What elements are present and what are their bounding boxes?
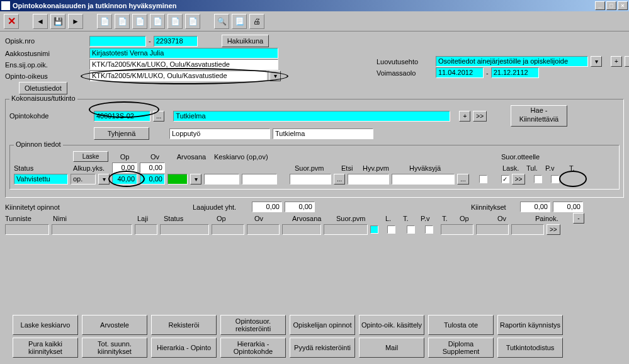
opintokohde-code[interactable]: 408013S-02: [94, 111, 150, 122]
bottom-button[interactable]: Laske keskiarvo: [13, 315, 78, 335]
tool-doc6-icon[interactable]: 📄: [185, 14, 200, 29]
row-status: [160, 224, 209, 235]
bottom-button[interactable]: Opintosuor. rekisteröinti: [220, 315, 286, 335]
col-suorotteelle: Suor.otteelle: [501, 153, 564, 161]
col2-status: Status: [164, 215, 214, 222]
tool-save-icon[interactable]: 💾: [50, 14, 65, 29]
col-arvosana: Arvosana: [171, 153, 212, 161]
oletustiedot-button[interactable]: Oletustiedot: [19, 82, 67, 94]
tool-doc5-icon[interactable]: 📄: [167, 14, 183, 29]
luovutus-minus-button[interactable]: -: [625, 56, 629, 67]
bottom-button[interactable]: Arvostele: [82, 315, 147, 335]
tool-page-icon[interactable]: 📃: [232, 14, 247, 29]
tool-doc1-icon[interactable]: 📄: [97, 14, 112, 29]
col2-pv: P.v: [421, 215, 439, 222]
col-op: Op: [111, 153, 139, 161]
bottom-button[interactable]: Tutkintotodistus: [497, 338, 563, 358]
bottom-button[interactable]: Raportin käynnistys: [497, 315, 563, 335]
col2-l: L.: [385, 215, 400, 222]
label-opintooikeus: Opinto-oikeus: [5, 72, 87, 80]
tool-doc3-icon[interactable]: 📄: [132, 14, 147, 29]
maximize-button[interactable]: □: [606, 1, 616, 10]
bottom-button[interactable]: Mail: [359, 338, 424, 358]
bottom-button[interactable]: Hierarkia - Opintokohde: [220, 338, 286, 358]
op1-field[interactable]: 0,00: [112, 162, 137, 173]
opintooikeus-dropdown-icon[interactable]: ▾: [269, 71, 281, 81]
hyvaksyja-field[interactable]: [392, 174, 455, 185]
col-lask: Lask.: [502, 164, 524, 172]
luovutus-plus-button[interactable]: +: [611, 56, 622, 67]
keskiarvo-ov-field[interactable]: [242, 174, 277, 185]
opintokohde-plus-button[interactable]: +: [459, 111, 470, 122]
tul-checkbox[interactable]: ✓: [501, 175, 509, 183]
keskiarvo-op-field[interactable]: [204, 174, 239, 185]
hae-kiinnitettavia-button[interactable]: Hae - Kiinnitettäviä: [511, 105, 567, 127]
kiin2-field: 0,00: [553, 202, 583, 212]
bottom-button[interactable]: Opinto-oik. käsittely: [359, 315, 424, 335]
tool-doc2-icon[interactable]: 📄: [115, 14, 130, 29]
opinnon-legend: Opinnon tiedot: [14, 140, 63, 148]
tyhjenna-button[interactable]: Tyhjennä: [94, 127, 149, 140]
print-icon[interactable]: 🖨: [249, 14, 264, 29]
ov2-field[interactable]: 0,00: [140, 174, 165, 185]
pv-checkbox[interactable]: [534, 175, 542, 183]
col2-laji: Laji: [137, 215, 161, 222]
row-l-check[interactable]: [370, 225, 378, 234]
arvosana-dropdown-icon[interactable]: ▾: [190, 174, 201, 185]
bottom-button[interactable]: Diploma Supplement: [428, 338, 494, 358]
opisk-nro-blank[interactable]: [89, 36, 146, 47]
window-title: Opintokokonaisuuden ja tutkinnon hyväksy…: [13, 2, 595, 9]
dash: -: [149, 37, 151, 45]
bottom-button[interactable]: Hierarkia - Opinto: [151, 338, 217, 358]
close-button[interactable]: ×: [618, 1, 628, 10]
bottom-button[interactable]: Rekisteröi: [151, 315, 217, 335]
col-alkup: Alkup.yks.: [73, 164, 110, 172]
op2-field[interactable]: 40,00: [112, 174, 137, 185]
col-hyvpvm: Hyv.pvm: [363, 164, 407, 172]
status-value[interactable]: Vahvistettu: [14, 174, 68, 185]
hyvpvm-field[interactable]: [348, 174, 389, 185]
luovutusehto-field[interactable]: Osoitetiedot ainejärjestöille ja opiskel…: [436, 56, 588, 67]
suorpvm-browse-button[interactable]: ...: [334, 174, 345, 185]
minimize-button[interactable]: _: [595, 1, 605, 10]
luovutus-dropdown-icon[interactable]: ▾: [591, 56, 602, 67]
col2-minus-button[interactable]: -: [573, 213, 584, 224]
pv-gt-button[interactable]: >>: [512, 174, 526, 185]
cancel-icon[interactable]: ✕: [4, 14, 19, 29]
tool-next-icon[interactable]: ►: [68, 14, 83, 29]
voimassa-to[interactable]: 21.12.2112: [491, 67, 539, 78]
row-t-check[interactable]: [387, 225, 395, 234]
row-painok: [511, 224, 544, 235]
bottom-button[interactable]: Tulosta ote: [428, 315, 494, 335]
ov1-field[interactable]: 0,00: [140, 162, 165, 173]
tool-prev-icon[interactable]: ◄: [33, 14, 48, 29]
opintokohde-gt-button[interactable]: >>: [473, 111, 487, 122]
row-t2-check[interactable]: [425, 225, 433, 234]
hyvaksyja-browse-button[interactable]: ...: [457, 174, 468, 185]
opisk-nro-value[interactable]: 2293718: [154, 36, 198, 47]
tool-doc4-icon[interactable]: 📄: [150, 14, 165, 29]
suorpvm-field[interactable]: [290, 174, 331, 185]
label-enssij: Ens.sij.op.oik.: [5, 61, 87, 69]
arvosana-field[interactable]: [167, 174, 188, 185]
bottom-button[interactable]: Tot. suunn. kiinnitykset: [82, 338, 147, 358]
hakuikkuna-button[interactable]: Hakuikkuna: [222, 35, 269, 47]
bottom-button[interactable]: Opiskelijan opinnot: [290, 315, 355, 335]
voimassa-from[interactable]: 11.04.2012: [436, 67, 484, 78]
col-tul: Tul.: [526, 164, 543, 172]
search-icon[interactable]: 🔍: [214, 14, 229, 29]
laske-button[interactable]: Laske: [73, 151, 108, 162]
row-tunniste: [5, 224, 49, 235]
row-suorpvm: [324, 224, 368, 235]
col-hyvaksyja: Hyväksyjä: [409, 164, 479, 172]
row-gt-button[interactable]: >>: [547, 224, 560, 235]
bottom-button[interactable]: Pura kaikki kiinnitykset: [13, 338, 78, 358]
row-pv-check[interactable]: [407, 225, 415, 234]
enssij-field: KTK/Ta2005/KKa/LUKO, Oulu/Kasvatustiede: [89, 59, 278, 70]
bottom-button[interactable]: Pyydä rekisteröinti: [290, 338, 355, 358]
lask-checkbox[interactable]: [479, 175, 487, 183]
t-checkbox[interactable]: [551, 175, 559, 183]
alkup-dropdown-icon[interactable]: ▾: [98, 174, 110, 185]
opintokohde-browse-button[interactable]: ...: [153, 111, 164, 122]
opintooikeus-field[interactable]: KTK/Ta2005/KM/LUKO, Oulu/Kasvatustiede: [89, 71, 267, 81]
